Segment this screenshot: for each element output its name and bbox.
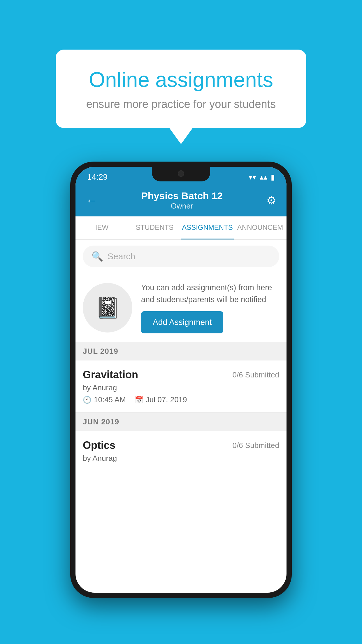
phone-outer: 14:29 ▾▾ ▴▴ ▮ ← Physics Batch 12 Owner ⚙ bbox=[70, 162, 292, 598]
assignment-by-optics: by Anurag bbox=[83, 454, 279, 463]
speech-bubble: Online assignments ensure more practice … bbox=[56, 50, 306, 128]
assignment-time-gravitation: 10:45 AM bbox=[94, 395, 126, 404]
speech-bubble-container: Online assignments ensure more practice … bbox=[56, 50, 306, 144]
assignment-row1-optics: Optics 0/6 Submitted bbox=[83, 439, 279, 452]
battery-icon: ▮ bbox=[271, 173, 275, 182]
assignment-name-gravitation: Gravitation bbox=[83, 369, 138, 381]
meta-date-gravitation: 📅 Jul 07, 2019 bbox=[135, 395, 187, 404]
assignment-row1: Gravitation 0/6 Submitted bbox=[83, 369, 279, 381]
phone-screen: 14:29 ▾▾ ▴▴ ▮ ← Physics Batch 12 Owner ⚙ bbox=[75, 167, 287, 593]
meta-time-gravitation: 🕙 10:45 AM bbox=[83, 395, 126, 404]
notebook-icon: 📓 bbox=[95, 296, 120, 320]
speech-bubble-subtitle: ensure more practice for your students bbox=[76, 98, 286, 111]
clock-icon: 🕙 bbox=[83, 396, 92, 404]
assignment-name-optics: Optics bbox=[83, 439, 115, 452]
assignment-item-gravitation[interactable]: Gravitation 0/6 Submitted by Anurag 🕙 10… bbox=[75, 360, 287, 413]
promo-icon-circle: 📓 bbox=[83, 283, 132, 332]
tab-iew[interactable]: IEW bbox=[75, 216, 128, 239]
wifi-icon: ▾▾ bbox=[249, 173, 256, 182]
header-title: Physics Batch 12 bbox=[141, 190, 223, 202]
promo-text: You can add assignment(s) from here and … bbox=[141, 282, 279, 305]
phone-mockup: 14:29 ▾▾ ▴▴ ▮ ← Physics Batch 12 Owner ⚙ bbox=[70, 162, 292, 598]
phone-camera bbox=[178, 170, 184, 177]
tab-students[interactable]: STUDENTS bbox=[128, 216, 181, 239]
assignment-meta-gravitation: 🕙 10:45 AM 📅 Jul 07, 2019 bbox=[83, 395, 279, 404]
calendar-icon: 📅 bbox=[135, 396, 143, 404]
app-header: ← Physics Batch 12 Owner ⚙ bbox=[75, 184, 287, 216]
section-header-jun: JUN 2019 bbox=[75, 413, 287, 431]
header-subtitle: Owner bbox=[141, 202, 223, 211]
search-container: 🔍 Search bbox=[75, 240, 287, 273]
back-button[interactable]: ← bbox=[86, 194, 97, 207]
submitted-badge-optics: 0/6 Submitted bbox=[233, 441, 279, 450]
tab-announcements-label: ANNOUNCEM bbox=[237, 223, 283, 232]
search-placeholder: Search bbox=[108, 251, 135, 261]
submitted-badge-gravitation: 0/6 Submitted bbox=[233, 370, 279, 379]
promo-section: 📓 You can add assignment(s) from here an… bbox=[75, 273, 287, 342]
settings-icon[interactable]: ⚙ bbox=[266, 194, 276, 207]
tab-assignments-label: ASSIGNMENTS bbox=[182, 223, 233, 232]
speech-bubble-arrow bbox=[169, 128, 193, 144]
status-icons: ▾▾ ▴▴ ▮ bbox=[249, 173, 275, 182]
speech-bubble-title: Online assignments bbox=[76, 67, 286, 92]
search-bar[interactable]: 🔍 Search bbox=[83, 246, 279, 267]
search-icon: 🔍 bbox=[92, 251, 103, 262]
promo-content: You can add assignment(s) from here and … bbox=[141, 282, 279, 333]
section-header-jul: JUL 2019 bbox=[75, 342, 287, 360]
phone-notch bbox=[152, 167, 210, 181]
tab-students-label: STUDENTS bbox=[136, 223, 173, 232]
tab-announcements[interactable]: ANNOUNCEM bbox=[234, 216, 287, 239]
header-title-block: Physics Batch 12 Owner bbox=[141, 190, 223, 211]
tab-iew-label: IEW bbox=[95, 223, 108, 232]
add-assignment-button[interactable]: Add Assignment bbox=[141, 311, 223, 333]
tab-bar: IEW STUDENTS ASSIGNMENTS ANNOUNCEM bbox=[75, 216, 287, 240]
signal-icon: ▴▴ bbox=[260, 173, 267, 182]
assignment-item-optics[interactable]: Optics 0/6 Submitted by Anurag bbox=[75, 431, 287, 474]
assignment-date-gravitation: Jul 07, 2019 bbox=[146, 395, 187, 404]
assignment-by-gravitation: by Anurag bbox=[83, 383, 279, 392]
tab-assignments[interactable]: ASSIGNMENTS bbox=[181, 216, 234, 239]
status-time: 14:29 bbox=[87, 172, 108, 182]
